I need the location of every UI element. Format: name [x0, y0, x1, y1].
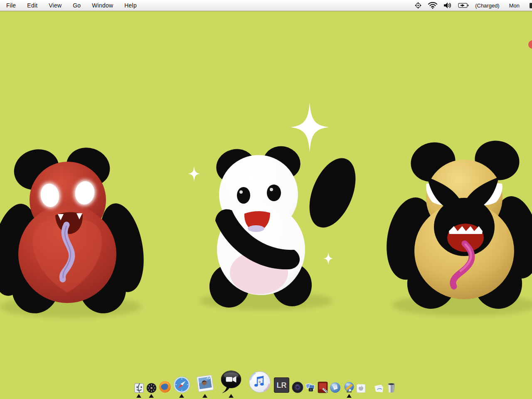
dock-item-dashboard[interactable]	[146, 383, 157, 393]
red-media-icon	[317, 382, 328, 394]
menu-help[interactable]: Help	[124, 0, 137, 11]
wifi-icon[interactable]	[428, 2, 437, 9]
dock-item-camera-lens-app[interactable]	[292, 382, 303, 393]
dock-item-finder[interactable]	[134, 383, 144, 393]
battery-icon[interactable]	[458, 2, 469, 8]
svg-text:LR: LR	[277, 381, 287, 389]
dock: iChat	[0, 349, 532, 399]
globe-utility-icon	[344, 382, 355, 393]
dock-item-lightroom[interactable]: LR	[273, 377, 290, 393]
trash-icon	[387, 382, 396, 393]
dock-item-red-media-app[interactable]	[317, 382, 328, 394]
running-indicator	[149, 394, 154, 398]
running-indicator	[347, 394, 352, 398]
menu-edit[interactable]: Edit	[27, 0, 37, 11]
menu-bar-menus: File Edit View Go Window Help	[0, 0, 137, 11]
dock-item-photo-collage-app[interactable]	[305, 382, 316, 393]
dock-item-globe-utility-app[interactable]	[344, 382, 355, 393]
dock-item-globe-paper-app[interactable]	[330, 382, 341, 393]
running-indicator	[202, 394, 207, 398]
camera-lens-icon	[292, 382, 303, 393]
ichat-icon	[220, 370, 242, 394]
red-notification-dot	[528, 40, 532, 49]
finder-icon	[134, 383, 144, 393]
dock-item-ichat[interactable]	[220, 370, 242, 394]
documents-stack-icon	[373, 383, 384, 393]
running-indicator	[229, 394, 234, 398]
menu-go[interactable]: Go	[73, 0, 81, 11]
menu-window[interactable]: Window	[92, 0, 113, 11]
running-indicator	[179, 394, 184, 398]
dock-item-apple-box-app[interactable]	[356, 384, 366, 393]
dock-item-documents-stack[interactable]	[373, 383, 384, 393]
dashboard-icon	[146, 383, 157, 393]
desktop[interactable]	[0, 11, 532, 399]
firefox-icon	[159, 381, 171, 393]
photo-collage-icon	[305, 382, 316, 393]
four-way-arrows-icon[interactable]	[414, 2, 422, 9]
menu-view[interactable]: View	[49, 0, 62, 11]
menu-bar-clock[interactable]: Mon	[509, 2, 520, 9]
dock-item-safari[interactable]	[173, 376, 190, 393]
globe-paper-icon	[330, 382, 341, 393]
itunes-icon	[249, 371, 271, 393]
battery-status-label[interactable]: (Charged)	[475, 2, 500, 9]
apple-logo-box-icon	[356, 384, 366, 393]
volume-icon[interactable]	[443, 2, 452, 9]
menu-file[interactable]: File	[6, 0, 16, 11]
dock-item-iphoto[interactable]	[195, 374, 215, 393]
running-indicator	[136, 394, 141, 398]
red-devil-panda-illustration	[0, 142, 150, 318]
menu-bar: File Edit View Go Window Help	[0, 0, 532, 11]
wallpaper-pandas-illustration	[0, 11, 532, 399]
lightroom-icon: LR	[273, 377, 290, 393]
safari-icon	[173, 376, 190, 393]
clipped-menu-glyph	[530, 3, 532, 8]
iphoto-icon	[195, 374, 215, 393]
menu-bar-status: (Charged) Mon	[414, 2, 532, 9]
dock-item-firefox[interactable]	[159, 381, 171, 393]
white-waving-panda-illustration	[207, 143, 365, 310]
dock-item-itunes[interactable]	[249, 371, 271, 393]
gold-angry-panda-illustration	[380, 136, 532, 313]
dock-item-trash[interactable]	[387, 382, 396, 393]
